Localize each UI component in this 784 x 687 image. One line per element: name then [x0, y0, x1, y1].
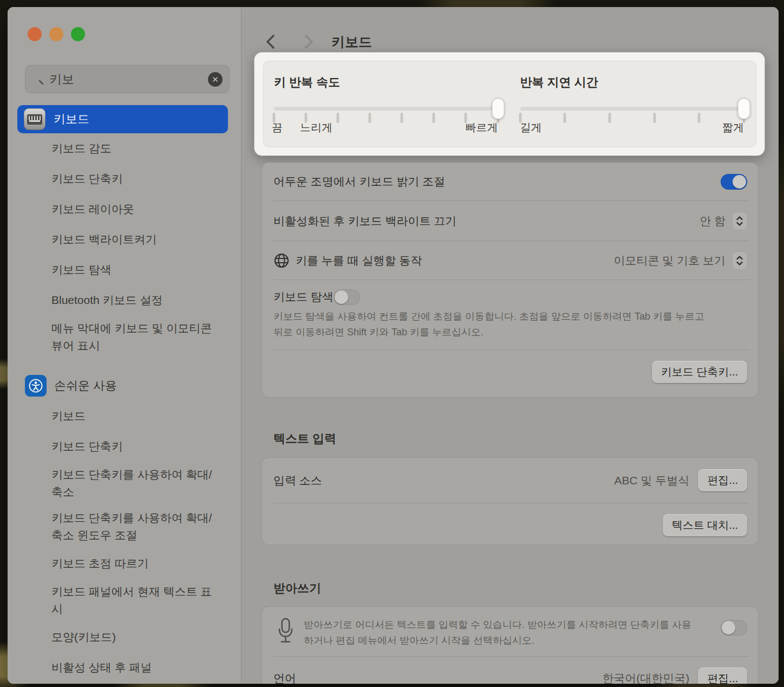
key-repeat-group: 키 반복 속도 끔 느리게 빠르게	[264, 61, 510, 147]
text-replacements-button[interactable]: 텍스트 대치...	[663, 514, 747, 536]
clear-search-icon[interactable]: ✕	[208, 72, 223, 87]
forward-button[interactable]	[298, 31, 319, 53]
backlight-off-value: 안 함	[700, 213, 726, 229]
input-source-row: 입력 소스 ABC 및 두벌식 편집...	[262, 458, 758, 503]
sidebar-item-panel-current-text[interactable]: 키보드 패널에서 현재 텍스트 표시	[17, 579, 214, 622]
keyboard-navigation-section: 키보드 탐색 키보드 탐색을 사용하여 컨트롤 간에 초점을 이동합니다. 초점…	[262, 280, 758, 349]
sidebar-item-keyboard-sensitivity[interactable]: 키보드 감도	[17, 133, 214, 164]
dictation-row: 받아쓰기로 어디서든 텍스트를 입력할 수 있습니다. 받아쓰기를 시작하려면 …	[262, 607, 758, 656]
brightness-label: 어두운 조명에서 키보드 밝기 조절	[273, 174, 445, 189]
search-input[interactable]	[49, 72, 208, 87]
chevron-right-icon	[302, 34, 315, 50]
globe-icon	[273, 252, 290, 269]
keyboard-settings-card: 어두운 조명에서 키보드 밝기 조절 비활성화된 후 키보드 백라이트 끄기 안…	[262, 163, 758, 397]
sidebar-item-menubar-viewer[interactable]: 메뉴 막대에 키보드 및 이모티콘 뷰어 표시	[17, 315, 214, 359]
dictation-card: 받아쓰기로 어디서든 텍스트를 입력할 수 있습니다. 받아쓰기를 시작하려면 …	[262, 607, 758, 684]
slider-thumb[interactable]	[492, 98, 504, 119]
keyboard-app-icon	[24, 108, 45, 130]
sidebar-item-label: 키보드	[54, 111, 89, 127]
sidebar-nav: 키보드 키보드 감도 키보드 단축키 키보드 레이아웃 키보드 백라이트켜기 키…	[17, 105, 228, 683]
content-header: 키보드	[241, 31, 372, 53]
globe-key-row: 키를 누를 때 실행할 동작 이모티콘 및 기호 보기	[262, 241, 758, 280]
system-settings-window: ✕ 키보드 키보드 감도 키보드 단축키 키보드 레이아웃 키보드 백라이트켜기…	[8, 7, 779, 684]
sidebar-item-keyboard-layout[interactable]: 키보드 레이아웃	[17, 194, 214, 224]
page-title: 키보드	[331, 33, 372, 51]
shortcuts-button-row: 키보드 단축키...	[262, 350, 758, 394]
sidebar-item-bluetooth-keyboard[interactable]: Bluetooth 키보드 설정	[17, 285, 214, 315]
slider-track[interactable]	[274, 107, 498, 111]
back-button[interactable]	[260, 31, 282, 53]
backlight-off-row: 비활성화된 후 키보드 백라이트 끄기 안 함	[262, 201, 758, 241]
chevron-left-icon	[264, 34, 277, 50]
slider-track[interactable]	[520, 107, 744, 111]
highlight-spotlight: 키 반복 속도 끔 느리게 빠르게 반복 지연 시간	[254, 53, 765, 155]
dictation-section-title: 받아쓰기	[273, 580, 321, 597]
language-row: 언어 한국어(대한민국) 편집...	[262, 657, 758, 684]
sidebar-item-keyboard-shortcuts[interactable]: 키보드 단축키	[17, 164, 214, 194]
key-repeat-slider[interactable]	[274, 98, 498, 119]
language-label: 언어	[273, 671, 296, 684]
brightness-toggle[interactable]	[721, 174, 747, 190]
text-replace-button-row: 텍스트 대치...	[262, 503, 758, 547]
sidebar-item-zoom-shortcuts[interactable]: 키보드 단축키를 사용하여 확대/축소	[17, 462, 214, 505]
sidebar-item-zoom-window[interactable]: 키보드 단축키를 사용하여 확대/축소 윈도우 조절	[17, 505, 214, 548]
globe-key-label: 키를 누를 때 실행할 동작	[296, 253, 422, 268]
search-field[interactable]: ✕	[25, 65, 230, 93]
sidebar-group-label: 손쉬운 사용	[54, 378, 117, 394]
sidebar-group-accessibility[interactable]: 손쉬운 사용	[17, 371, 228, 401]
label-long: 길게	[520, 120, 542, 135]
sidebar-item-acc-keyboard[interactable]: 키보드	[17, 401, 214, 431]
text-input-section-title: 텍스트 입력	[273, 431, 336, 447]
label-slow: 느리게	[300, 120, 332, 135]
dictation-toggle[interactable]	[721, 620, 747, 636]
minimize-button[interactable]	[49, 27, 63, 41]
sidebar-item-keyboard-navigation[interactable]: 키보드 탐색	[17, 255, 214, 285]
input-source-value: ABC 및 두벌식	[614, 473, 689, 488]
backlight-off-label: 비활성화된 후 키보드 백라이트 끄기	[273, 213, 456, 229]
repeat-settings-card: 키 반복 속도 끔 느리게 빠르게 반복 지연 시간	[263, 61, 756, 147]
close-button[interactable]	[28, 27, 42, 41]
microphone-icon	[278, 617, 293, 649]
repeat-delay-title: 반복 지연 시간	[520, 74, 744, 90]
traffic-lights	[28, 27, 85, 41]
key-repeat-title: 키 반복 속도	[274, 74, 498, 90]
sidebar-item-acc-shortcuts[interactable]: 키보드 단축키	[17, 431, 214, 462]
sidebar-item-appearance-keyboard[interactable]: 모양(키보드)	[17, 622, 214, 652]
repeat-delay-slider[interactable]	[520, 98, 744, 119]
backlight-off-popup-stepper[interactable]	[732, 212, 747, 230]
sidebar-item-keyboard-backlight[interactable]: 키보드 백라이트켜기	[17, 224, 214, 255]
slider-thumb[interactable]	[738, 98, 750, 119]
globe-key-value: 이모티콘 및 기호 보기	[613, 253, 726, 268]
key-repeat-labels: 끔 느리게 빠르게	[274, 120, 498, 137]
input-source-label: 입력 소스	[273, 473, 322, 488]
repeat-delay-group: 반복 지연 시간 길게 짧게	[510, 61, 756, 147]
chevron-up-down-icon	[735, 255, 744, 267]
keyboard-navigation-label: 키보드 탐색	[273, 289, 334, 304]
language-edit-button[interactable]: 편집...	[698, 667, 747, 684]
sidebar-item-keyboard-selected[interactable]: 키보드	[17, 105, 228, 133]
keyboard-navigation-toggle[interactable]	[334, 289, 360, 305]
label-fast: 빠르게	[466, 120, 498, 135]
globe-key-popup-stepper[interactable]	[732, 251, 747, 270]
sidebar-item-inactive-panel[interactable]: 비활성 상태 후 패널	[17, 652, 214, 683]
keyboard-navigation-description: 키보드 탐색을 사용하여 컨트롤 간에 초점을 이동합니다. 초점을 앞으로 이…	[273, 309, 712, 340]
main-content: 키보드 키 반복 속도 끔 느리게 빠르게	[241, 7, 779, 684]
input-source-edit-button[interactable]: 편집...	[698, 469, 747, 491]
accessibility-app-icon	[25, 375, 47, 397]
label-off: 끔	[272, 120, 283, 135]
dictation-description: 받아쓰기로 어디서든 텍스트를 입력할 수 있습니다. 받아쓰기를 시작하려면 …	[304, 617, 699, 649]
zoom-button[interactable]	[71, 27, 85, 41]
keyboard-shortcuts-button[interactable]: 키보드 단축키...	[652, 361, 747, 383]
sidebar: ✕ 키보드 키보드 감도 키보드 단축키 키보드 레이아웃 키보드 백라이트켜기…	[8, 7, 241, 684]
brightness-row: 어두운 조명에서 키보드 밝기 조절	[262, 163, 758, 200]
sidebar-item-follow-focus[interactable]: 키보드 초점 따르기	[17, 548, 214, 579]
chevron-up-down-icon	[735, 215, 744, 227]
label-short: 짧게	[722, 120, 744, 135]
search-icon	[32, 73, 44, 85]
text-input-card: 입력 소스 ABC 및 두벌식 편집... 텍스트 대치...	[262, 458, 758, 545]
repeat-delay-labels: 길게 짧게	[520, 120, 744, 137]
language-value: 한국어(대한민국)	[602, 671, 689, 684]
